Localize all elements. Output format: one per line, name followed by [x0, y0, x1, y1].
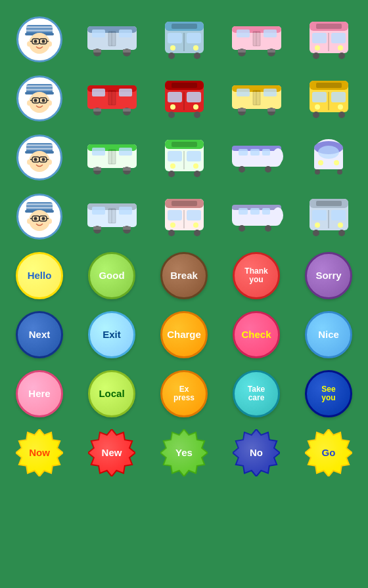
svg-point-153: [315, 169, 320, 175]
svg-point-194: [239, 225, 245, 232]
svg-point-161: [42, 217, 45, 220]
badge-cell: Sorry: [296, 249, 361, 302]
train-cell: [79, 72, 145, 125]
svg-point-150: [318, 146, 339, 159]
badge-cell: Check: [223, 308, 289, 361]
train-cell: [151, 72, 217, 125]
word-badge: Exit: [88, 311, 135, 358]
svg-rect-95: [267, 108, 275, 112]
svg-point-5: [34, 40, 37, 43]
svg-point-32: [194, 52, 200, 59]
svg-rect-17: [92, 30, 105, 37]
svg-rect-70: [92, 89, 105, 96]
svg-point-59: [42, 99, 45, 102]
svg-rect-107: [26, 144, 53, 146]
svg-point-166: [27, 219, 31, 224]
svg-rect-142: [239, 149, 248, 156]
svg-rect-180: [172, 201, 197, 206]
svg-rect-21: [93, 49, 101, 52]
svg-rect-131: [172, 142, 197, 147]
starburst-cell: No: [223, 427, 289, 479]
word-badge: Check: [233, 311, 280, 358]
starburst-cell: Now: [7, 427, 72, 479]
svg-rect-193: [262, 208, 270, 215]
badge-cell: Next: [7, 308, 72, 361]
svg-rect-181: [168, 210, 182, 220]
svg-point-203: [338, 222, 343, 228]
svg-point-185: [193, 222, 198, 228]
avatar-circle: [16, 16, 62, 62]
svg-rect-25: [172, 24, 197, 29]
svg-point-205: [338, 230, 345, 236]
svg-rect-42: [267, 49, 275, 52]
svg-rect-47: [331, 33, 346, 43]
train-cell: [151, 13, 217, 66]
train-cell: [79, 13, 145, 66]
svg-rect-156: [26, 203, 53, 205]
starburst-cell: Go: [296, 427, 361, 479]
svg-point-136: [193, 163, 198, 169]
avatar-cell: [7, 131, 72, 184]
svg-point-135: [170, 163, 175, 169]
svg-rect-91: [264, 89, 277, 96]
avatar-cell: [7, 190, 72, 243]
svg-rect-124: [119, 148, 132, 156]
svg-rect-123: [92, 148, 105, 156]
svg-point-190: [273, 207, 283, 223]
badge-cell: Hello: [7, 249, 72, 302]
svg-point-202: [315, 222, 320, 228]
starburst-badge: Yes: [160, 429, 208, 476]
svg-point-167: [48, 219, 52, 224]
svg-rect-172: [92, 207, 105, 215]
badge-cell: Charge: [151, 308, 217, 361]
svg-point-11: [27, 41, 31, 47]
starburst-cell: New: [79, 427, 145, 479]
avatar-circle: [16, 194, 62, 240]
svg-rect-192: [250, 208, 260, 215]
svg-rect-1: [26, 26, 53, 28]
svg-rect-199: [312, 210, 327, 220]
svg-rect-132: [168, 151, 182, 161]
train-cell: [223, 72, 289, 125]
svg-point-58: [34, 99, 37, 102]
svg-rect-26: [168, 33, 182, 43]
word-badge: Next: [16, 311, 63, 358]
svg-point-102: [315, 104, 320, 110]
svg-rect-143: [250, 149, 260, 156]
word-badge: Express: [160, 370, 208, 417]
svg-point-30: [193, 45, 198, 51]
word-badge: Good: [88, 252, 135, 299]
starburst-badge: No: [233, 429, 280, 476]
svg-rect-71: [119, 89, 132, 96]
train-cell: [151, 131, 217, 184]
svg-rect-128: [123, 167, 131, 171]
svg-point-195: [265, 225, 271, 232]
badge-cell: Express: [151, 368, 217, 420]
starburst-badge: Now: [16, 429, 63, 476]
train-cell: [151, 190, 217, 243]
svg-point-65: [48, 100, 52, 106]
train-cell: [296, 13, 361, 66]
svg-point-64: [27, 100, 31, 106]
starburst-badge: Go: [305, 429, 352, 476]
avatar-cell: [7, 13, 72, 66]
svg-point-105: [338, 112, 345, 118]
avatar-circle: [16, 75, 62, 121]
svg-rect-191: [239, 208, 248, 215]
svg-rect-22: [123, 49, 131, 52]
svg-point-12: [48, 41, 52, 47]
badge-cell: Good: [79, 249, 145, 302]
svg-rect-182: [187, 210, 201, 220]
badge-cell: Exit: [79, 308, 145, 361]
svg-rect-133: [187, 151, 201, 161]
svg-point-104: [313, 112, 319, 118]
svg-rect-79: [168, 92, 182, 102]
svg-rect-98: [316, 83, 342, 88]
svg-point-6: [42, 40, 45, 43]
word-badge: Break: [160, 252, 208, 299]
svg-point-187: [194, 230, 200, 236]
avatar-cell: [7, 72, 72, 125]
train-cell: [223, 190, 289, 243]
svg-rect-200: [331, 210, 346, 220]
train-cell: [79, 190, 145, 243]
